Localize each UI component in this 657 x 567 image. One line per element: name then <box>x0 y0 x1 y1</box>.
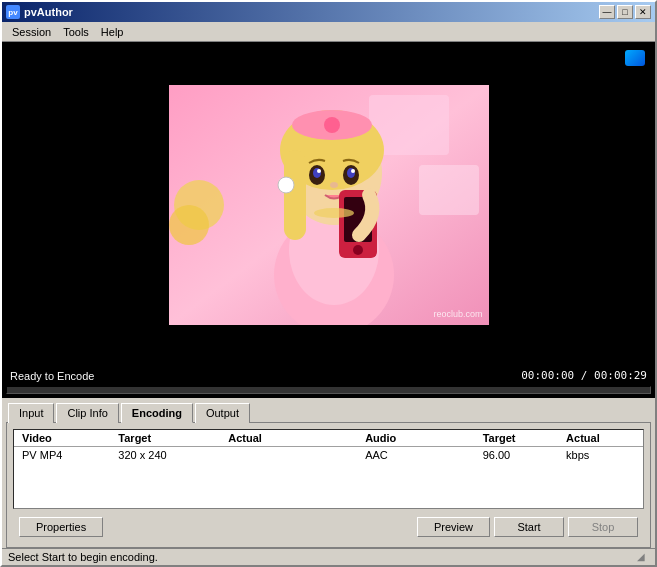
title-bar-buttons: — □ ✕ <box>599 5 651 19</box>
minimize-button[interactable]: — <box>599 5 615 19</box>
tab-clip-info[interactable]: Clip Info <box>56 403 118 423</box>
time-separator: / <box>574 369 594 382</box>
tab-content-encoding: Video Target Actual Audio Target Actual … <box>6 422 651 548</box>
svg-rect-11 <box>284 150 306 240</box>
svg-point-25 <box>314 208 354 218</box>
video-status-bar: Ready to Encode 00:00:00 / 00:00:29 <box>2 367 655 384</box>
svg-point-20 <box>330 182 338 188</box>
svg-point-19 <box>351 169 355 173</box>
col-video-actual: Actual <box>220 430 305 447</box>
col-video-target: Target <box>110 430 220 447</box>
encode-status: Ready to Encode <box>10 370 94 382</box>
video-preview: reoclub.com <box>169 85 489 325</box>
col-audio: Audio <box>305 430 475 447</box>
doll-svg <box>169 85 489 325</box>
col-audio-target: Target <box>475 430 558 447</box>
watermark-text: reoclub.com <box>433 309 482 319</box>
encoding-table: Video Target Actual Audio Target Actual … <box>14 430 643 463</box>
tab-input[interactable]: Input <box>8 403 54 423</box>
svg-rect-3 <box>419 165 479 215</box>
logo-icon <box>625 50 645 66</box>
bottom-buttons: Properties Preview Start Stop <box>13 513 644 541</box>
window-title: pvAuthor <box>24 6 73 18</box>
time-current: 00:00:00 <box>521 369 574 382</box>
tab-output[interactable]: Output <box>195 403 250 423</box>
cell-audio: AAC <box>305 447 475 464</box>
svg-point-16 <box>317 169 321 173</box>
svg-point-13 <box>324 117 340 133</box>
status-message: Select Start to begin encoding. <box>8 551 158 563</box>
col-audio-actual: Actual <box>558 430 643 447</box>
svg-point-24 <box>353 245 363 255</box>
time-display: 00:00:00 / 00:00:29 <box>521 369 647 382</box>
cell-video-target: 320 x 240 <box>110 447 220 464</box>
cell-video-actual <box>220 447 305 464</box>
start-button[interactable]: Start <box>494 517 564 537</box>
progress-bar <box>6 386 651 394</box>
stop-button[interactable]: Stop <box>568 517 638 537</box>
time-total: 00:00:29 <box>594 369 647 382</box>
cell-video: PV MP4 <box>14 447 110 464</box>
title-bar: pv pvAuthor — □ ✕ <box>2 2 655 22</box>
table-row: PV MP4 320 x 240 AAC 96.00 kbps <box>14 447 643 464</box>
encoding-table-area: Video Target Actual Audio Target Actual … <box>13 429 644 509</box>
svg-point-21 <box>278 177 294 193</box>
main-window: pv pvAuthor — □ ✕ Session Tools Help <box>0 0 657 567</box>
resize-grip[interactable]: ◢ <box>637 551 649 563</box>
app-icon: pv <box>6 5 20 19</box>
app-status-bar: Select Start to begin encoding. ◢ <box>2 548 655 565</box>
cell-audio-target: 96.00 <box>475 447 558 464</box>
playback-buttons: Preview Start Stop <box>417 517 638 537</box>
title-bar-text: pv pvAuthor <box>6 5 73 19</box>
doll-background: reoclub.com <box>169 85 489 325</box>
close-button[interactable]: ✕ <box>635 5 651 19</box>
progress-bar-container <box>2 384 655 398</box>
col-video: Video <box>14 430 110 447</box>
svg-point-5 <box>169 205 209 245</box>
maximize-button[interactable]: □ <box>617 5 633 19</box>
tabs-row: Input Clip Info Encoding Output <box>2 398 655 422</box>
preview-button[interactable]: Preview <box>417 517 490 537</box>
menu-session[interactable]: Session <box>6 24 57 40</box>
tab-encoding[interactable]: Encoding <box>121 403 193 423</box>
menu-tools[interactable]: Tools <box>57 24 95 40</box>
cell-audio-actual: kbps <box>558 447 643 464</box>
menu-bar: Session Tools Help <box>2 22 655 42</box>
menu-help[interactable]: Help <box>95 24 130 40</box>
tab-area: Input Clip Info Encoding Output Video Ta… <box>2 398 655 548</box>
properties-button[interactable]: Properties <box>19 517 103 537</box>
video-area: reoclub.com <box>2 42 655 367</box>
